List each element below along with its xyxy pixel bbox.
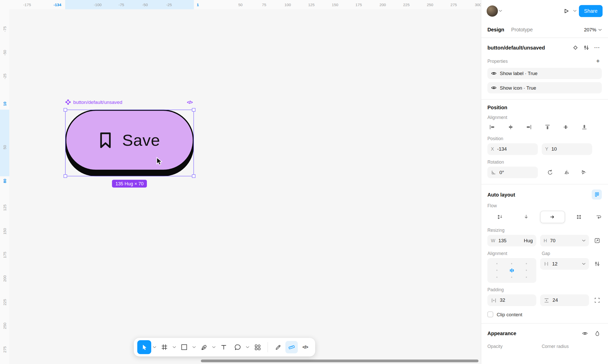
avatar[interactable] [487, 5, 498, 16]
zoom-control[interactable]: 207% [584, 27, 602, 32]
align-top-icon[interactable] [543, 123, 552, 132]
alignment-grid[interactable] [487, 258, 536, 283]
auto-layout-icon[interactable] [592, 189, 602, 199]
align-bottom-icon[interactable] [580, 123, 589, 132]
ruler-label: -100 [94, 3, 101, 7]
opacity-label: Opacity [487, 344, 542, 349]
rotate-90-icon[interactable] [545, 168, 555, 177]
rotation-input[interactable]: 0° [487, 167, 538, 178]
flow-down-icon[interactable] [514, 211, 539, 223]
horizontal-padding-icon [491, 297, 497, 303]
vertical-padding-icon [544, 297, 549, 303]
property-row-show-icon[interactable]: Show icon · True [487, 82, 602, 93]
frame-tool-chevron-icon[interactable] [172, 340, 177, 354]
x-field-label: X [491, 147, 494, 152]
comment-tool-button[interactable] [231, 340, 244, 354]
selection-handle-top-right[interactable] [192, 108, 195, 112]
ruler-label: 175 [3, 252, 7, 258]
gap-input[interactable]: 12 [540, 258, 589, 270]
clip-content-checkbox[interactable] [487, 311, 493, 317]
selection-handle-bottom-left[interactable] [64, 174, 67, 178]
ruler-label: 175 [355, 3, 362, 7]
ruler-label: 100 [285, 3, 291, 7]
flow-wrap-icon[interactable] [595, 212, 602, 222]
pen-tool-button[interactable] [197, 340, 211, 354]
y-position-input[interactable]: Y 10 [542, 143, 592, 155]
appearance-heading: Appearance [487, 330, 516, 336]
selection-handle-top-left[interactable] [64, 108, 67, 112]
layer-label-text: button/default/unsaved [73, 99, 122, 105]
ruler-label: 275 [450, 3, 457, 7]
blend-droplet-icon[interactable] [592, 329, 602, 338]
zoom-chevron-icon [598, 29, 602, 31]
ruler-horizontal[interactable]: -175 -134 -100 -75 -50 -25 1 50 75 100 1… [0, 0, 481, 9]
pen-tool-chevron-icon[interactable] [211, 340, 216, 354]
present-play-button[interactable] [562, 6, 571, 15]
angle-icon [491, 170, 496, 175]
ruler-label: 275 [3, 346, 7, 353]
width-field-label: W [491, 238, 495, 243]
vertical-padding-input[interactable]: 24 [540, 295, 589, 306]
pencil-tool-button[interactable] [271, 340, 285, 354]
alignment-center-icon[interactable] [505, 267, 519, 274]
flow-grid-icon[interactable] [567, 211, 591, 223]
flip-vertical-icon[interactable] [579, 168, 588, 177]
rotation-value: 0° [499, 170, 504, 175]
adjust-sliders-icon[interactable] [582, 43, 591, 52]
frame-tool-button[interactable] [158, 340, 171, 354]
ruler-label: 50 [238, 3, 243, 7]
ruler-tool-button[interactable] [285, 341, 298, 354]
layer-label[interactable]: button/default/unsaved [65, 99, 122, 105]
flow-vertical-icon[interactable] [487, 211, 512, 223]
ruler-label: -50 [3, 50, 7, 55]
canvas[interactable]: -175 -134 -100 -75 -50 -25 1 50 75 100 1… [0, 0, 481, 364]
panel-header: Share [481, 0, 608, 22]
property-row-show-label[interactable]: Show label · True [487, 68, 602, 79]
tab-design[interactable]: Design [487, 27, 504, 33]
avatar-chevron-icon[interactable] [498, 4, 503, 18]
present-chevron-icon[interactable] [572, 4, 578, 18]
ruler-label: 125 [3, 204, 7, 211]
align-right-icon[interactable] [524, 123, 533, 132]
add-property-button[interactable]: + [594, 58, 602, 65]
spacing-settings-icon[interactable] [593, 259, 602, 268]
horizontal-padding-input[interactable]: 32 [487, 295, 536, 306]
flip-horizontal-icon[interactable] [562, 168, 571, 177]
more-options-icon[interactable]: ⋯ [592, 43, 602, 52]
move-tool-chevron-icon[interactable] [152, 340, 157, 354]
text-tool-button[interactable] [217, 340, 230, 354]
resizing-label: Resizing [487, 228, 602, 232]
rectangle-tool-button[interactable] [178, 340, 191, 354]
dev-mode-code-button[interactable]: </> [299, 340, 312, 354]
x-position-input[interactable]: X -134 [487, 143, 538, 155]
share-button[interactable]: Share [579, 5, 603, 17]
resize-to-fit-icon[interactable] [593, 236, 602, 245]
actions-button[interactable] [251, 340, 264, 354]
eye-icon[interactable] [491, 85, 497, 91]
comment-tool-chevron-icon[interactable] [245, 340, 250, 354]
move-tool-button[interactable] [137, 340, 151, 354]
corner-radius-label: Corner radius [542, 344, 569, 349]
ruler-vertical[interactable]: -75 -50 -25 10 50 80 125 150 175 200 225… [0, 0, 9, 364]
component-diamond-icon[interactable] [571, 43, 580, 52]
tab-prototype[interactable]: Prototype [511, 27, 533, 33]
flow-label: Flow [487, 203, 602, 208]
height-input[interactable]: H 70 [540, 235, 589, 247]
flow-horizontal-icon[interactable] [540, 211, 565, 223]
properties-heading: Properties [487, 59, 508, 64]
align-horizontal-center-icon[interactable] [506, 123, 515, 132]
y-value: 10 [551, 147, 557, 152]
selection-handle-bottom-right[interactable] [192, 174, 195, 178]
visibility-eye-icon[interactable] [580, 329, 589, 338]
align-vertical-center-icon[interactable] [561, 123, 570, 132]
horizontal-scrollbar[interactable] [201, 360, 478, 362]
eye-icon[interactable] [491, 70, 497, 76]
width-input[interactable]: W 135 Hug [487, 235, 536, 247]
component-code-icon[interactable]: </> [187, 100, 193, 105]
horizontal-padding-value: 32 [500, 298, 505, 303]
ruler-label: 50 [3, 145, 7, 149]
gap-chevron-icon [582, 263, 586, 265]
shape-tool-chevron-icon[interactable] [192, 340, 197, 354]
align-left-icon[interactable] [487, 123, 497, 132]
individual-padding-icon[interactable] [593, 296, 602, 305]
